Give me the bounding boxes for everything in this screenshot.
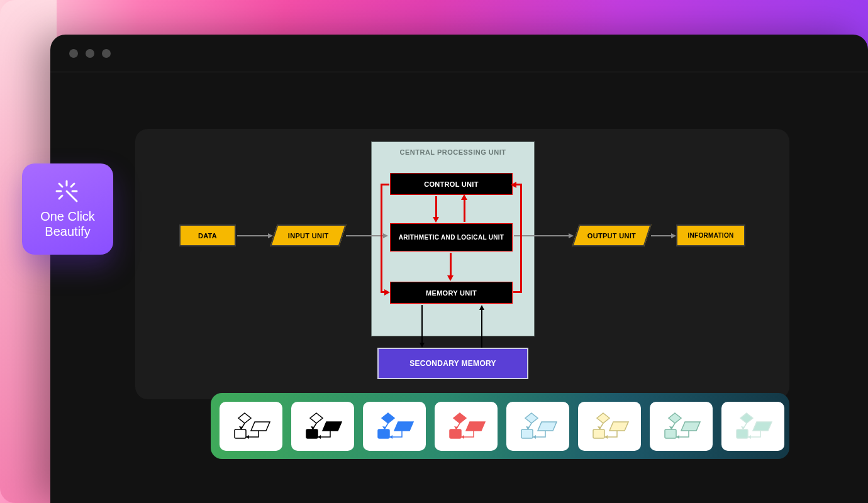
- block-output-unit[interactable]: OUTPUT UNIT: [572, 224, 651, 246]
- svg-marker-34: [609, 422, 628, 431]
- theme-option-outline-filled[interactable]: [291, 402, 354, 451]
- block-control-unit[interactable]: CONTROL UNIT: [390, 173, 513, 195]
- arrow-loop-left-vert: [381, 184, 382, 293]
- arrow-head-icon: [511, 182, 516, 188]
- block-input-label: INPUT UNIT: [288, 232, 329, 240]
- svg-marker-39: [681, 422, 700, 431]
- theme-option-blue[interactable]: [363, 402, 426, 451]
- window-control-minimize[interactable]: [86, 49, 94, 58]
- badge-line1: One Click: [40, 209, 95, 223]
- block-information[interactable]: INFORMATION: [676, 224, 745, 246]
- svg-marker-27: [525, 413, 538, 423]
- block-secondary-memory[interactable]: SECONDARY MEMORY: [377, 348, 528, 379]
- arrow-ctrl-alu-down: [435, 196, 437, 218]
- svg-rect-18: [378, 429, 389, 438]
- cpu-title: CENTRAL PROCESSING UNIT: [372, 142, 534, 156]
- arrow-head-icon: [383, 233, 388, 238]
- arrow-loop-right-vert: [520, 184, 522, 293]
- block-memory-unit[interactable]: MEMORY UNIT: [390, 282, 513, 304]
- arrow-head-icon: [268, 233, 273, 238]
- window-control-close[interactable]: [69, 49, 78, 58]
- svg-line-6: [67, 191, 77, 201]
- svg-rect-38: [665, 429, 676, 438]
- svg-marker-17: [382, 413, 394, 423]
- block-output-label: OUTPUT UNIT: [587, 232, 636, 240]
- sparkle-wand-icon: [55, 180, 81, 205]
- svg-marker-37: [669, 413, 681, 423]
- arrow-alu-memory: [450, 253, 452, 277]
- svg-rect-8: [235, 429, 246, 438]
- arrow-head-icon: [420, 343, 425, 348]
- svg-marker-24: [466, 422, 485, 431]
- theme-option-outline-diamond[interactable]: [220, 402, 282, 451]
- block-alu[interactable]: ARITHMETIC AND LOGICAL UNIT: [390, 223, 513, 252]
- svg-rect-13: [306, 429, 318, 438]
- svg-rect-43: [737, 429, 748, 438]
- arrow-head-icon: [433, 217, 439, 223]
- arrow-alu-ctrl-up: [464, 198, 465, 222]
- diagram-canvas[interactable]: CENTRAL PROCESSING UNIT DATA INPUT UNIT …: [135, 129, 789, 399]
- block-data[interactable]: DATA: [179, 224, 236, 246]
- arrow-sec-mem-up: [481, 309, 482, 348]
- window-controls: [69, 49, 111, 58]
- theme-option-teal-fade[interactable]: [721, 402, 784, 451]
- svg-line-5: [59, 196, 62, 199]
- svg-marker-12: [310, 413, 323, 423]
- arrow-output-to-info: [651, 235, 672, 236]
- svg-rect-23: [450, 429, 461, 438]
- block-input-unit[interactable]: INPUT UNIT: [270, 224, 346, 246]
- svg-marker-42: [740, 413, 753, 423]
- arrow-input-to-cpu: [346, 235, 384, 236]
- arrow-head-icon: [479, 305, 484, 310]
- svg-marker-29: [538, 422, 557, 431]
- theme-picker-bar: [211, 393, 789, 459]
- svg-line-1: [59, 184, 62, 187]
- arrow-head-icon: [447, 275, 453, 281]
- theme-option-yellow[interactable]: [578, 402, 641, 451]
- badge-line2: Beautify: [45, 224, 90, 238]
- arrow-head-icon: [384, 289, 390, 296]
- arrow-head-icon: [569, 233, 574, 238]
- theme-option-light-blue[interactable]: [506, 402, 569, 451]
- arrow-head-icon: [461, 194, 467, 200]
- svg-line-2: [71, 184, 74, 187]
- svg-marker-44: [753, 422, 772, 431]
- arrow-cpu-to-output: [514, 235, 569, 236]
- svg-marker-22: [453, 413, 466, 423]
- beautify-badge[interactable]: One Click Beautify: [22, 163, 113, 255]
- badge-text: One Click Beautify: [40, 209, 95, 239]
- theme-option-red[interactable]: [435, 402, 498, 451]
- arrow-mem-sec-down: [421, 305, 423, 344]
- arrow-head-icon: [671, 233, 676, 238]
- svg-marker-19: [394, 422, 413, 431]
- window-titlebar: [50, 35, 868, 72]
- svg-marker-9: [251, 422, 270, 431]
- svg-rect-33: [593, 429, 604, 438]
- window-control-maximize[interactable]: [102, 49, 111, 58]
- theme-option-mint[interactable]: [650, 402, 713, 451]
- arrow-data-to-input: [237, 235, 269, 236]
- svg-rect-28: [521, 429, 533, 438]
- svg-marker-32: [597, 413, 609, 423]
- svg-marker-14: [323, 422, 342, 431]
- svg-marker-7: [238, 413, 251, 423]
